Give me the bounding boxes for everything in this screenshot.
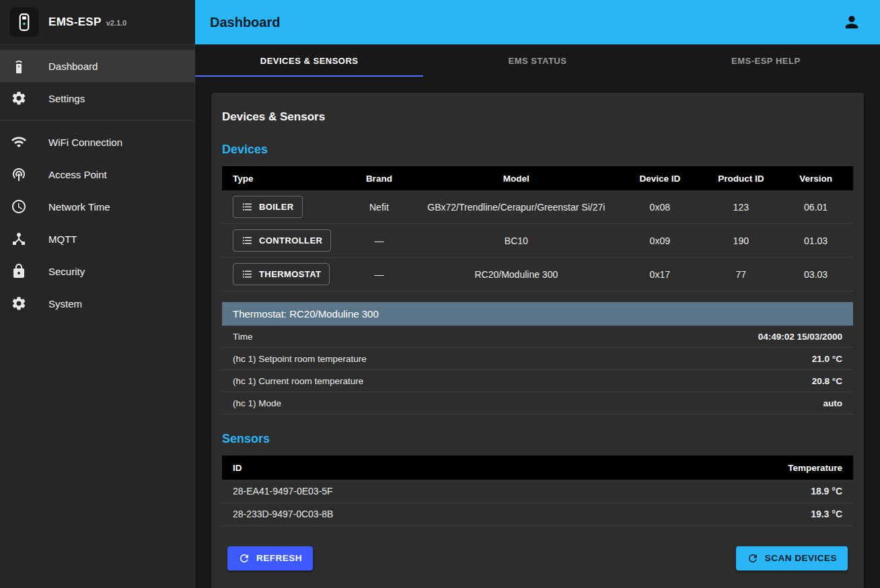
detail-row: Time 04:49:02 15/03/2000 [222,326,853,348]
detail-value: 20.8 °C [812,376,842,386]
scan-devices-button-label: SCAN DEVICES [765,553,837,563]
detail-row: (hc 1) Mode auto [222,392,853,414]
sensor-row: 28-EA41-9497-0E03-5F 18.9 °C [222,480,853,503]
device-product-id: 190 [703,224,778,258]
card-title: Devices & Sensors [222,110,853,124]
device-detail-list: Time 04:49:02 15/03/2000 (hc 1) Setpoint… [222,326,853,414]
content-area: Devices & Sensors Devices Type Brand Mod… [195,77,880,588]
sensor-id: 28-EA41-9497-0E03-5F [222,480,611,503]
sidebar-item-system[interactable]: System [0,287,195,320]
sidebar-divider [0,120,195,120]
sensors-table: ID Temperature 28-EA41-9497-0E03-5F 18.9… [222,455,853,526]
detail-row: (hc 1) Setpoint room temperature 21.0 °C [222,348,853,370]
access-point-icon [11,166,27,182]
ems-esp-device-icon [14,12,34,32]
detail-label: (hc 1) Current room temperature [233,376,363,386]
sensor-temperature: 19.3 °C [611,503,853,525]
devices-sensors-card: Devices & Sensors Devices Type Brand Mod… [211,93,864,588]
device-row: BOILER Nefit GBx72/Trendline/Cerapur/Gre… [222,190,853,224]
tab-ems-status[interactable]: EMS STATUS [423,44,651,77]
app-version: v2.1.0 [106,19,127,27]
list-icon [242,201,253,213]
sidebar-item-settings[interactable]: Settings [0,82,195,114]
list-icon [242,235,253,246]
sidebar-item-access-point[interactable]: Access Point [0,158,195,190]
device-product-id: 77 [703,258,778,291]
gear-icon [11,295,27,311]
app-title: EMS-ESP [48,15,102,28]
sidebar-item-network-time[interactable]: Network Time [0,190,195,223]
sidebar-item-security[interactable]: Security [0,255,195,287]
col-type: Type [222,166,342,190]
refresh-icon [747,552,759,564]
refresh-icon [238,552,250,564]
scan-devices-button[interactable]: SCAN DEVICES [736,546,848,571]
device-brand: — [342,258,416,291]
refresh-button-label: REFRESH [256,553,302,563]
detail-row: (hc 1) Current room temperature 20.8 °C [222,370,853,392]
device-row: THERMOSTAT — RC20/Moduline 300 0x17 77 0… [222,258,853,291]
sidebar-item-dashboard[interactable]: Dashboard [0,50,195,82]
sidebar-item-label: Network Time [48,201,110,213]
device-product-id: 123 [703,190,778,224]
device-brand: — [342,224,416,258]
detail-value: 04:49:02 15/03/2000 [758,332,842,342]
sidebar-item-label: MQTT [48,233,77,245]
col-device-id: Device ID [616,166,703,190]
col-brand: Brand [342,166,416,190]
page-title: Dashboard [210,15,280,30]
device-type-label: BOILER [259,202,294,212]
col-sensor-id: ID [222,455,611,480]
person-icon [842,13,861,32]
sidebar: EMS-ESPv2.1.0 Dashboard Settings [0,0,195,588]
device-id: 0x09 [616,224,703,258]
app-logo [9,7,39,37]
sensor-id: 28-233D-9497-0C03-8B [222,503,611,525]
account-button[interactable] [838,9,865,36]
device-version: 03.03 [778,258,853,291]
sidebar-item-label: Dashboard [48,61,98,72]
devices-heading: Devices [222,143,853,157]
device-model: GBx72/Trendline/Cerapur/Greenstar Si/27i [416,190,616,224]
sidebar-item-label: System [48,298,82,309]
device-detail-header: Thermostat: RC20/Moduline 300 [222,302,853,326]
tab-devices-sensors[interactable]: DEVICES & SENSORS [195,44,423,77]
detail-label: Time [233,332,253,342]
sidebar-item-wifi-connection[interactable]: WiFi Connection [0,126,195,158]
device-version: 06.01 [778,190,853,224]
refresh-button[interactable]: REFRESH [227,546,313,571]
actions-row: REFRESH SCAN DEVICES [222,546,853,571]
clock-icon [11,198,27,215]
tab-bar: DEVICES & SENSORS EMS STATUS EMS-ESP HEL… [195,44,880,77]
sidebar-item-label: Access Point [48,169,107,180]
col-temperature: Temperature [611,455,853,480]
device-id: 0x17 [616,258,703,291]
sensor-temperature: 18.9 °C [611,480,853,503]
device-type-button-boiler[interactable]: BOILER [233,196,303,218]
wifi-icon [11,134,27,150]
sensor-row: 28-233D-9497-0C03-8B 19.3 °C [222,503,853,525]
devices-table: Type Brand Model Device ID Product ID Ve… [222,166,853,291]
device-id: 0x08 [616,190,703,224]
app-title-block: EMS-ESPv2.1.0 [48,15,126,29]
device-type-label: CONTROLLER [259,235,322,246]
app-bar: Dashboard [195,0,880,44]
device-type-button-controller[interactable]: CONTROLLER [233,229,331,252]
sensors-table-header: ID Temperature [222,455,853,480]
app-window: EMS-ESPv2.1.0 Dashboard Settings [0,0,880,588]
tab-ems-esp-help[interactable]: EMS-ESP HELP [652,44,880,77]
sidebar-item-label: Security [48,266,85,277]
device-model: RC20/Moduline 300 [416,258,616,291]
sidebar-item-mqtt[interactable]: MQTT [0,223,195,255]
device-type-label: THERMOSTAT [259,269,321,279]
sensors-heading: Sensors [222,432,853,446]
device-brand: Nefit [342,190,416,224]
device-hub-icon [11,231,27,247]
device-type-button-thermostat[interactable]: THERMOSTAT [233,263,330,285]
main-area: Dashboard DEVICES & SENSORS EMS STATUS E… [195,0,880,588]
col-product-id: Product ID [703,166,778,190]
device-model: BC10 [416,224,616,258]
detail-label: (hc 1) Mode [233,398,281,408]
detail-value: 21.0 °C [812,354,842,364]
sidebar-item-label: Settings [48,93,85,104]
